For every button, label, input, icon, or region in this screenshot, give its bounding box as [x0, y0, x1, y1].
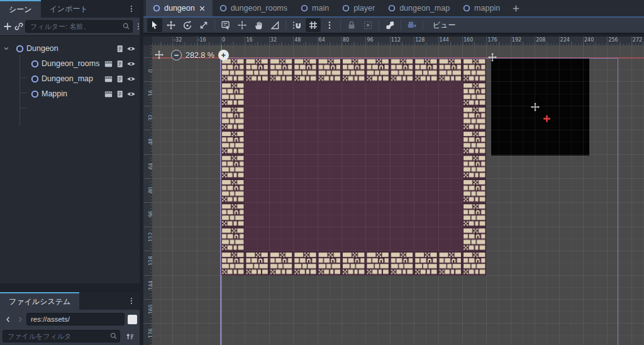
vertical-ruler[interactable]: 0163248648096112128144160176 [143, 45, 152, 345]
ruler-label: 0 [222, 38, 225, 43]
zoom-controls: − 282.8 % + [155, 50, 229, 60]
filesystem-nav-row [0, 310, 140, 327]
script-icon[interactable] [115, 44, 125, 54]
tree-row-mappin[interactable]: Mappin [0, 86, 140, 101]
ruler-tick [535, 37, 535, 45]
ruler-tick [631, 37, 632, 45]
visibility-eye-icon[interactable] [126, 89, 136, 99]
add-node-button[interactable] [3, 20, 13, 33]
script-icon[interactable] [115, 59, 125, 69]
grid-line [414, 45, 414, 345]
dock-splitter[interactable] [0, 283, 140, 292]
ruler-tick [245, 37, 245, 45]
file-sort-button[interactable] [122, 329, 137, 343]
horizontal-ruler[interactable]: -32-160163248648096112128144160176192208… [152, 37, 644, 45]
scene-tab-main[interactable]: main [294, 0, 335, 16]
scale-tool-button[interactable] [196, 18, 211, 32]
tree-row-dungeon[interactable]: Dungeon [0, 41, 140, 56]
tree-row-dungeon-rooms[interactable]: Dungeon_rooms [0, 56, 140, 71]
scene-tree-menu-icon[interactable] [134, 20, 143, 33]
scene-tab-mappin[interactable]: mappin [456, 0, 506, 16]
select-tool-button[interactable] [147, 18, 162, 32]
filesystem-dock: ファイルシステム [0, 292, 140, 345]
open-scene-clapper-icon[interactable] [104, 59, 113, 69]
resource-path-field[interactable] [26, 313, 125, 325]
scene-tab-dungeon-map[interactable]: dungeon_map [381, 0, 456, 16]
scene-tab-dungeon-rooms[interactable]: dungeon_rooms [213, 0, 294, 16]
list-select-icon [221, 20, 231, 30]
node-origin-gizmo[interactable] [487, 52, 497, 62]
ruler-tick [143, 323, 152, 324]
grid-line [152, 178, 644, 179]
visibility-eye-icon[interactable] [126, 59, 136, 69]
ruler-label: 128 [415, 38, 425, 43]
pivot-tool-button[interactable] [235, 18, 250, 32]
filesystem-menu-icon[interactable] [127, 296, 136, 306]
canvas-area[interactable]: − 282.8 % + [152, 45, 644, 345]
list-select-button[interactable] [218, 18, 233, 32]
grid-snap-button[interactable] [306, 18, 321, 32]
lock-node-button[interactable] [344, 18, 359, 32]
tab-scene[interactable]: シーン [0, 0, 41, 18]
close-icon[interactable] [198, 4, 206, 13]
ruler-tool-button[interactable] [267, 18, 282, 32]
plus-icon [511, 4, 521, 13]
grid-line [160, 45, 161, 345]
rotate-tool-button[interactable] [180, 18, 195, 32]
grid-line [474, 45, 475, 345]
skeleton-options-button[interactable] [382, 18, 397, 32]
zoom-out-button[interactable]: − [171, 50, 182, 60]
nav-forward-button[interactable] [14, 313, 25, 325]
nav-back-button[interactable] [3, 313, 13, 325]
open-scene-clapper-icon[interactable] [104, 89, 113, 99]
grid-line [330, 45, 330, 345]
file-filter-input[interactable] [3, 330, 120, 342]
visibility-eye-icon[interactable] [126, 74, 136, 84]
tab-import[interactable]: インポート [41, 0, 97, 18]
node2d-icon [28, 74, 42, 84]
grid-line [595, 45, 596, 345]
pan-tool-button[interactable] [251, 18, 266, 32]
ruler-tick [414, 37, 414, 45]
scene-filter-input[interactable] [25, 20, 133, 33]
grid-line [499, 45, 499, 345]
tree-row-dungeon-map[interactable]: Dungeon_map [0, 71, 140, 86]
smart-snap-icon [292, 20, 302, 30]
view-menu-button[interactable]: ビュー [426, 18, 462, 32]
grid-line [426, 45, 426, 345]
mappin-sprite[interactable] [543, 115, 551, 123]
visibility-eye-icon[interactable] [126, 44, 136, 54]
tab-filesystem[interactable]: ファイルシステム [0, 292, 79, 310]
zoom-in-button[interactable]: + [218, 50, 229, 60]
ruler-label: 208 [536, 38, 545, 43]
script-icon[interactable] [115, 89, 125, 99]
scene-tab-dungeon[interactable]: dungeon [146, 0, 213, 16]
scene-tab-player[interactable]: player [335, 0, 381, 16]
open-scene-clapper-icon[interactable] [104, 74, 113, 84]
ruler-tick [143, 202, 152, 203]
zoom-level-label[interactable]: 282.8 % [186, 51, 214, 60]
collapse-arrow-icon[interactable] [0, 45, 13, 52]
scene-dock-menu-icon[interactable] [127, 4, 136, 14]
script-icon[interactable] [115, 74, 125, 84]
ruler-tick [486, 37, 487, 45]
move-tool-button[interactable] [164, 18, 179, 32]
smart-snap-button[interactable] [289, 18, 304, 32]
ruler-label: 272 [633, 38, 642, 43]
pan-hand-icon [253, 20, 264, 30]
toggle-split-mode-button[interactable] [128, 315, 137, 324]
snap-options-menu[interactable] [322, 18, 337, 32]
grid-line [152, 142, 644, 142]
node-origin-gizmo[interactable] [530, 102, 540, 112]
canvas-toolbar: ビュー [143, 18, 644, 34]
grid-line [152, 190, 644, 191]
group-node-button[interactable] [360, 18, 375, 32]
view-menu-label: ビュー [433, 20, 456, 31]
instance-scene-button[interactable] [14, 20, 24, 33]
new-scene-tab-button[interactable] [506, 0, 526, 16]
grid-line [245, 45, 245, 345]
node2d-icon [152, 4, 161, 13]
override-camera-button[interactable] [404, 18, 419, 32]
grid-line [152, 154, 644, 155]
ruler-label: 112 [391, 38, 401, 43]
